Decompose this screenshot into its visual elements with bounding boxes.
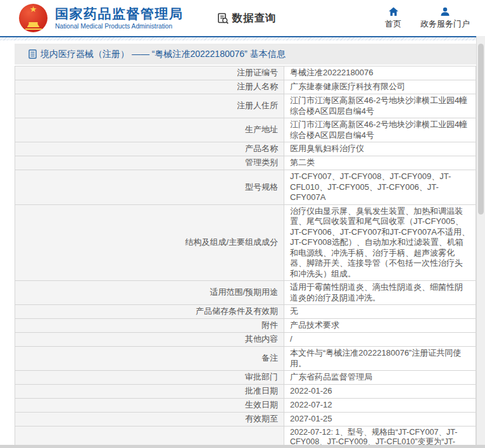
table-row: 产品储存条件及有效期 无 [15, 305, 476, 319]
table-row: 产品名称 医用臭氧妇科治疗仪 [15, 142, 476, 156]
row-value: 粤械注准20222180076 [284, 66, 476, 80]
row-label: 备注 [15, 347, 284, 371]
row-label: 批准日期 [15, 385, 284, 399]
table-row: 备注 本文件与“粤械注准20222180076”注册证共同使用。 [15, 347, 476, 371]
row-value: 无 [284, 305, 476, 319]
vertical-scrollbar[interactable] [476, 36, 485, 445]
row-label: 审批部门 [15, 371, 284, 385]
row-label: 生产地址 [15, 118, 284, 142]
table-row: 审批部门 广东省药品监督管理局 [15, 371, 476, 385]
row-label: 注册人名称 [15, 80, 284, 94]
row-label: 管理类别 [15, 156, 284, 170]
row-value: 适用于霉菌性阴道炎、滴虫性阴道炎、细菌性阴道炎的治疗及阴道冲洗。 [284, 281, 476, 305]
row-label: 注册人住所 [15, 94, 284, 118]
table-row: 注册人名称 广东捷泰健康医疗科技有限公司 [15, 80, 476, 94]
row-label: 适用范围/预期用途 [15, 281, 284, 305]
row-value: 2027-01-25 [284, 413, 476, 426]
breadcrumb: 境内医疗器械（注册） —— “粤械注准20222180076” 基本信息 [15, 44, 476, 65]
row-value: 广东省药品监督管理局 [284, 371, 476, 385]
nav-home[interactable]: 首页 [385, 7, 401, 30]
row-label: 其他内容 [15, 333, 284, 347]
row-label: 产品储存条件及有效期 [15, 305, 284, 319]
table-row: 管理类别 第二类 [15, 156, 476, 170]
row-value: / [284, 333, 476, 347]
nav-portal[interactable]: 政务服务门户 [420, 7, 470, 30]
row-value: 江门市江海区高新区46-2号地块沙津横工业园4幢综合楼A区四层自编4号 [284, 94, 476, 118]
table-row: 有效期至 2027-01-25 [15, 413, 476, 426]
row-value: 本文件与“粤械注准20222180076”注册证共同使用。 [284, 347, 476, 371]
row-label: 注册证编号 [15, 66, 284, 80]
main-content: 境内医疗器械（注册） —— “粤械注准20222180076” 基本信息 注册证… [15, 44, 476, 448]
site-title: 国家药品监督管理局 [55, 6, 184, 22]
table-row: 其他内容 / [15, 333, 476, 347]
row-label: 产品名称 [15, 142, 284, 156]
registration-info-table: 注册证编号 粤械注准20222180076 注册人名称 广东捷泰健康医疗科技有限… [15, 66, 476, 448]
nav-portal-label: 政务服务门户 [420, 18, 470, 30]
row-value: JT-CFY007、JT-CFY008、JT-CFY009、JT-CFL010、… [284, 170, 476, 205]
table-row: 结构及组成/主要组成成分 治疗仪由显示屏、臭氧发生装置、加热和调温装置、尾气回收… [15, 204, 476, 281]
scrollbar-thumb[interactable] [478, 44, 484, 215]
table-row: 注册证编号 粤械注准20222180076 [15, 66, 476, 80]
table-row: 适用范围/预期用途 适用于霉菌性阴道炎、滴虫性阴道炎、细菌性阴道炎的治疗及阴道冲… [15, 281, 476, 305]
nav-home-label: 首页 [385, 18, 401, 30]
document-icon [28, 49, 37, 59]
data-query-label: 数据查询 [232, 11, 277, 25]
national-emblem-icon: ★ [19, 4, 47, 32]
page-title: 境内医疗器械（注册） —— “粤械注准20222180076” 基本信息 [41, 49, 286, 60]
row-value: 医用臭氧妇科治疗仪 [284, 142, 476, 156]
top-nav: 首页 政务服务门户 [385, 7, 470, 30]
row-value: 江门市江海区高新区46-2号地块沙津横工业园4幢综合楼A区四层自编4号 [284, 118, 476, 142]
brand-logo[interactable]: ★ 国家药品监督管理局 National Medical Products Ad… [19, 4, 184, 32]
document-search-icon [217, 12, 229, 25]
row-label: 有效期至 [15, 413, 284, 426]
row-label: 附件 [15, 319, 284, 333]
row-value: 广东捷泰健康医疗科技有限公司 [284, 80, 476, 94]
table-row: 注册人住所 江门市江海区高新区46-2号地块沙津横工业园4幢综合楼A区四层自编4… [15, 94, 476, 118]
user-icon [440, 7, 450, 16]
table-row: 型号规格 JT-CFY007、JT-CFY008、JT-CFY009、JT-CF… [15, 170, 476, 205]
row-value: 2022-01-26 [284, 385, 476, 399]
row-label: 结构及组成/主要组成成分 [15, 204, 284, 281]
table-row: 附件 产品技术要求 [15, 319, 476, 333]
data-query-button[interactable]: 数据查询 [217, 11, 277, 25]
table-row: 批准日期 2022-01-26 [15, 385, 476, 399]
row-label: 生效日期 [15, 399, 284, 413]
table-row: 生效日期 2022-07-12 [15, 399, 476, 413]
row-value: 第二类 [284, 156, 476, 170]
home-icon [388, 7, 399, 16]
table-row: 生产地址 江门市江海区高新区46-2号地块沙津横工业园4幢综合楼A区四层自编4号 [15, 118, 476, 142]
row-value: 2022-07-12 [284, 399, 476, 413]
row-label: 型号规格 [15, 170, 284, 205]
horizontal-scrollbar[interactable] [0, 445, 485, 448]
row-value: 产品技术要求 [284, 319, 476, 333]
site-subtitle: National Medical Products Administration [55, 22, 184, 30]
page: ★ 国家药品监督管理局 National Medical Products Ad… [0, 0, 485, 448]
header-divider-hatch [0, 37, 485, 40]
row-value: 治疗仪由显示屏、臭氧发生装置、加热和调温装置、尾气回收装置和尾气回收罩（JT-C… [284, 204, 476, 281]
header: ★ 国家药品监督管理局 National Medical Products Ad… [0, 0, 485, 36]
